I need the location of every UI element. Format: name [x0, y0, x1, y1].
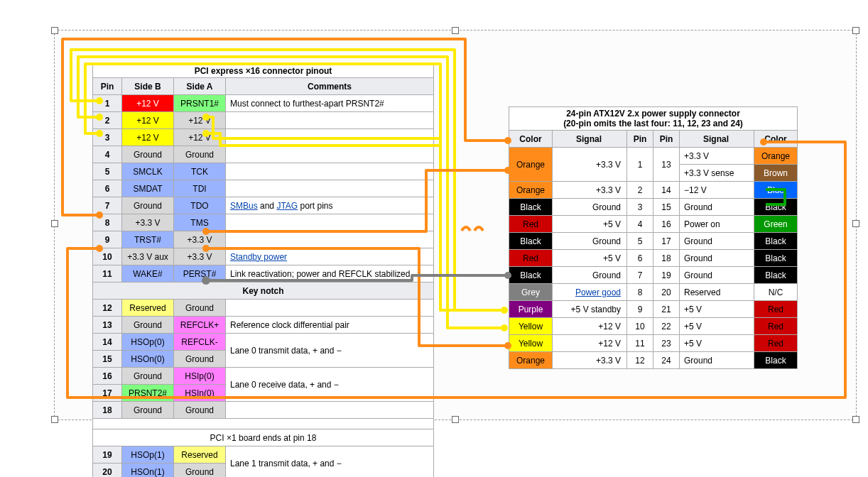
pci-row: 9TRST#+3.3 V [93, 231, 434, 248]
col-sideb: Side B [122, 78, 174, 95]
atx-row: Purple +5 V standby 9 21 +5 V Red [509, 301, 798, 318]
side-b-cell: SMDAT [122, 180, 174, 197]
pin-right: 22 [653, 318, 680, 335]
color-right: Red [754, 318, 798, 335]
pin-number: 3 [93, 129, 122, 146]
side-b-cell: +12 V [122, 112, 174, 129]
atx-row: Black Ground 5 17 Ground Black [509, 233, 798, 250]
resize-handle[interactable] [852, 220, 859, 227]
pci-row: 13GroundREFCLK+Reference clock different… [93, 317, 434, 334]
side-b-cell: Ground [122, 402, 174, 419]
pin-number: 5 [93, 163, 122, 180]
side-b-cell: HSOn(1) [122, 464, 174, 478]
pin-left: 12 [627, 352, 653, 369]
signal-right: Power on [680, 216, 754, 233]
side-b-cell: +12 V [122, 129, 174, 146]
side-b-cell: +3.3 V aux [122, 248, 174, 265]
resize-handle[interactable] [852, 416, 859, 423]
pin-left: 10 [627, 318, 653, 335]
side-a-cell: +3.3 V [174, 231, 226, 248]
side-a-cell: TMS [174, 214, 226, 231]
comment-cell [226, 163, 434, 180]
side-b-cell: TRST# [122, 231, 174, 248]
resize-handle[interactable] [51, 220, 58, 227]
side-a-cell: PERST# [174, 265, 226, 283]
signal-right: +3.3 V [680, 148, 754, 165]
pci-row: 4GroundGround [93, 146, 434, 163]
comment-cell [226, 214, 434, 231]
side-a-cell: HSIn(0) [174, 385, 226, 402]
signal-right: Ground [680, 233, 754, 250]
color-left: Yellow [509, 335, 553, 352]
pci-x1-note: PCI ×1 board ends at pin 18 [93, 429, 434, 446]
pin-right: 18 [653, 250, 680, 267]
color-left: Black [509, 267, 553, 284]
pin-right: 16 [653, 216, 680, 233]
pin-right: 13 [653, 148, 680, 182]
resize-handle[interactable] [452, 416, 459, 423]
color-left: Orange [509, 352, 553, 369]
resize-handle[interactable] [452, 27, 459, 34]
pci-row: 14HSOp(0)REFCLK-Lane 0 transmit data, + … [93, 334, 434, 351]
atx-row: Red +5 V 6 18 Ground Black [509, 250, 798, 267]
signal-right: +3.3 V sense [680, 165, 754, 182]
pci-row: 11WAKE#PERST#Link reactivation; power an… [93, 265, 434, 283]
comment-cell: Lane 0 receive data, + and − [226, 368, 434, 402]
signal-left: +3.3 V [553, 182, 627, 199]
pin-left: 11 [627, 335, 653, 352]
side-a-cell: +3.3 V [174, 248, 226, 265]
side-a-cell: REFCLK- [174, 334, 226, 351]
atx-row: Orange +3.3 V 1 13 +3.3 V Orange [509, 148, 798, 165]
pin-right: 17 [653, 233, 680, 250]
comment-cell [226, 112, 434, 129]
pci-row: 12ReservedGround [93, 300, 434, 317]
comment-cell: Must connect to furthest-apart PRSNT2# [226, 95, 434, 112]
pci-express-pinout-table: PCI express ×16 connector pinout Pin Sid… [92, 64, 434, 477]
signal-right: +5 V [680, 318, 754, 335]
atx-row: Red +5 V 4 16 Power on Green [509, 216, 798, 233]
signal-right: Ground [680, 199, 754, 216]
resize-handle[interactable] [51, 27, 58, 34]
resize-handle[interactable] [852, 27, 859, 34]
color-left: Black [509, 233, 553, 250]
color-right: Red [754, 301, 798, 318]
comment-cell: Lane 1 transmit data, + and − [226, 446, 434, 478]
col-pin: Pin [93, 78, 122, 95]
pin-number: 20 [93, 464, 122, 478]
comment-cell: SMBus and JTAG port pins [226, 197, 434, 214]
pin-left: 8 [627, 284, 653, 301]
color-right: Black [754, 250, 798, 267]
atx-caption: 24-pin ATX12V 2.x power supply connector… [509, 106, 798, 130]
pin-number: 19 [93, 446, 122, 464]
side-b-cell: HSOp(1) [122, 446, 174, 464]
signal-left: +3.3 V [553, 352, 627, 369]
resize-handle[interactable] [51, 416, 58, 423]
comment-cell [226, 402, 434, 419]
atx-row: Black Ground 7 19 Ground Black [509, 267, 798, 284]
pin-number: 8 [93, 214, 122, 231]
atx-row: Orange +3.3 V 12 24 Ground Black [509, 352, 798, 369]
comment-cell: Standby power [226, 248, 434, 265]
side-a-cell: TCK [174, 163, 226, 180]
side-b-cell: Ground [122, 368, 174, 385]
color-left: Black [509, 199, 553, 216]
col-sidea: Side A [174, 78, 226, 95]
comment-cell [226, 129, 434, 146]
signal-left: +5 V [553, 250, 627, 267]
pin-left: 1 [627, 148, 653, 182]
pci-row: 7GroundTDOSMBus and JTAG port pins [93, 197, 434, 214]
signal-left: +3.3 V [553, 148, 627, 182]
pin-number: 2 [93, 112, 122, 129]
signal-left: +5 V standby [553, 301, 627, 318]
color-right: Brown [754, 165, 798, 182]
side-a-cell: REFCLK+ [174, 317, 226, 334]
color-right: Black [754, 199, 798, 216]
pci-row: 18GroundGround [93, 402, 434, 419]
pin-number: 1 [93, 95, 122, 112]
key-notch-row: Key notch [93, 283, 434, 300]
pci-row: 19HSOp(1)ReservedLane 1 transmit data, +… [93, 446, 434, 464]
color-right: N/C [754, 284, 798, 301]
side-a-cell: Ground [174, 146, 226, 163]
atx-row: Yellow +12 V 10 22 +5 V Red [509, 318, 798, 335]
side-b-cell: HSOn(0) [122, 351, 174, 368]
